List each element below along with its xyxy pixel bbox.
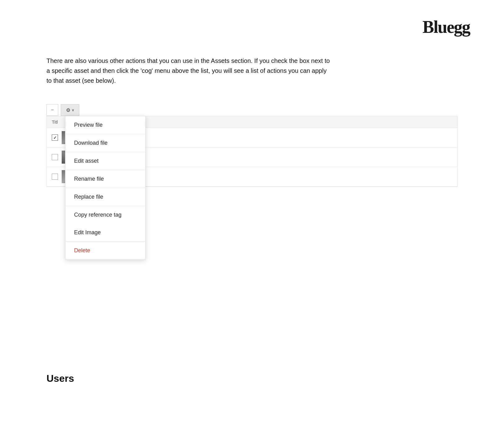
minus-icon: − <box>51 107 54 113</box>
delete-item[interactable]: Delete <box>65 241 145 259</box>
description-text: There are also various other actions tha… <box>46 56 332 86</box>
replace-file-item[interactable]: Replace file <box>65 188 145 206</box>
cog-menu-button[interactable]: ⚙ ∨ <box>61 104 79 116</box>
toolbar: − ⚙ ∨ <box>46 104 458 116</box>
preview-file-item[interactable]: Preview file <box>65 116 145 134</box>
users-heading: Users <box>46 373 458 384</box>
edit-image-item[interactable]: Edit Image <box>65 224 145 241</box>
row-checkbox-2[interactable] <box>52 154 58 160</box>
main-content: There are also various other actions tha… <box>46 56 458 384</box>
logo-text: Bluegg <box>422 17 470 37</box>
demo-area: − ⚙ ∨ Preview file Download file Edit as… <box>46 104 458 187</box>
select-all-checkbox[interactable]: − <box>46 104 58 116</box>
cog-icon: ⚙ <box>66 107 70 113</box>
users-section: Users <box>46 373 458 384</box>
logo: Bluegg <box>422 17 470 37</box>
title-column-header: Titl <box>52 119 58 125</box>
edit-asset-item[interactable]: Edit asset <box>65 152 145 170</box>
copy-reference-tag-item[interactable]: Copy reference tag <box>65 206 145 224</box>
chevron-down-icon: ∨ <box>72 108 74 112</box>
context-dropdown-menu: Preview file Download file Edit asset Re… <box>65 116 146 260</box>
rename-file-item[interactable]: Rename file <box>65 170 145 188</box>
row-checkbox-1[interactable] <box>52 134 58 141</box>
row-checkbox-3[interactable] <box>52 174 58 180</box>
download-file-item[interactable]: Download file <box>65 134 145 152</box>
